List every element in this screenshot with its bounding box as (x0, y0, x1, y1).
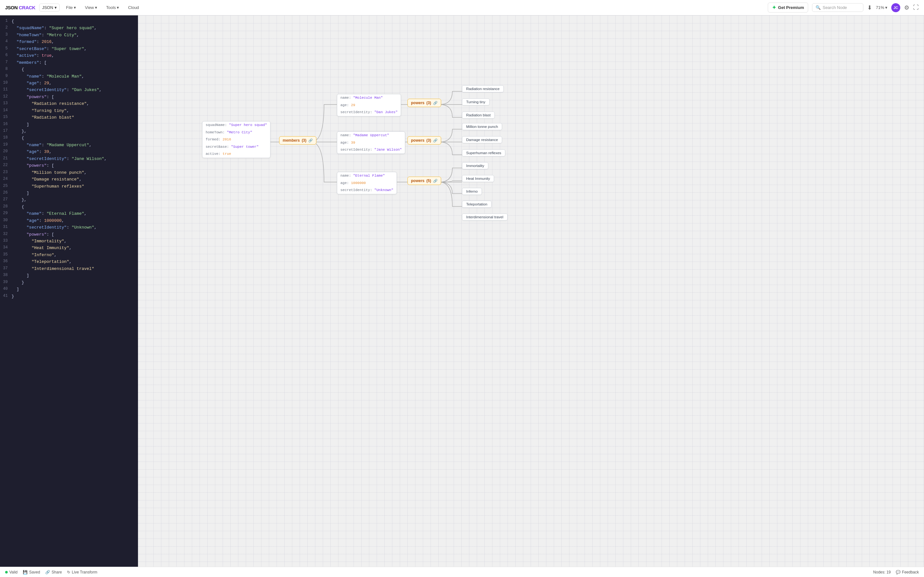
code-line: 6 "active": true, (0, 52, 138, 59)
code-line: 13 "Radiation resistance", (0, 100, 138, 107)
member3-node: name: "Eternal Flame" age: 1000000 secre… (337, 172, 397, 194)
power-node: Inferno (462, 188, 482, 195)
search-box[interactable]: 🔍 Search Node (812, 3, 863, 12)
code-line: 37 "Interdimensional travel" (0, 266, 138, 272)
members-button[interactable]: members (3) 🔗 (279, 136, 317, 145)
code-line: 1{ (0, 18, 138, 25)
code-line: 26 ] (0, 190, 138, 197)
main-area: 1{2 "squadName": "Super hero squad",3 "h… (0, 15, 924, 567)
code-line: 33 "Immortality", (0, 238, 138, 245)
code-line: 30 "age": 1000000, (0, 218, 138, 224)
download-icon[interactable]: ⬇ (867, 4, 872, 11)
code-line: 12 "powers": [ (0, 93, 138, 100)
card-row: squadName: "Super hero squad" (202, 121, 270, 129)
code-line: 8 { (0, 66, 138, 73)
code-line: 24 "Damage resistance", (0, 176, 138, 183)
live-transform-toggle[interactable]: ↻ Live Transform (67, 570, 97, 574)
card-row: formed: 2016 (202, 136, 270, 143)
code-line: 11 "secretIdentity": "Dan Jukes", (0, 87, 138, 93)
power-node: Superhuman reflexes (462, 149, 505, 156)
footer-right: Nodes: 19 💬 Feedback (873, 570, 919, 574)
code-line: 10 "age": 29, (0, 80, 138, 87)
expand-icon[interactable]: ⛶ (913, 4, 919, 11)
code-line: 3 "homeTown": "Metro City", (0, 32, 138, 39)
powers1-button[interactable]: powers (3) 🔗 (407, 99, 441, 107)
power-node: Interdimensional travel (462, 213, 507, 221)
code-line: 28 { (0, 203, 138, 210)
status-dot (5, 571, 8, 574)
root-node: squadName: "Super hero squad" homeTown: … (202, 121, 270, 158)
node-count: Nodes: 19 (873, 570, 891, 574)
code-line: 5 "secretBase": "Super tower", (0, 45, 138, 52)
code-line: 21 "secretIdentity": "Jane Wilson", (0, 155, 138, 162)
card-row: secretBase: "Super tower" (202, 143, 270, 151)
power-node: Turning tiny (462, 98, 489, 105)
avatar[interactable]: JC (891, 3, 900, 12)
code-line: 36 "Teleportation", (0, 258, 138, 265)
code-line: 32 "powers": [ (0, 231, 138, 238)
graph-area[interactable]: squadName: "Super hero squad" homeTown: … (138, 15, 924, 567)
chevron-down-icon: ▾ (55, 5, 57, 10)
card-row: homeTown: "Metro City" (202, 129, 270, 136)
premium-button[interactable]: ✦ Get Premium (768, 3, 808, 13)
link-icon: 🔗 (309, 139, 313, 143)
code-line: 15 "Radiation blast" (0, 114, 138, 121)
code-line: 9 "name": "Molecule Man", (0, 73, 138, 80)
share-icon: 🔗 (45, 570, 50, 574)
saved-status: 💾 Saved (23, 570, 40, 574)
feedback-icon: 💬 (896, 570, 901, 574)
cloud-menu[interactable]: Cloud (126, 4, 142, 11)
code-line: 20 "age": 39, (0, 148, 138, 155)
graph-edges (138, 15, 924, 567)
power-node: Immortality (462, 162, 488, 169)
code-line: 19 "name": "Madame Uppercut", (0, 142, 138, 148)
code-line: 4 "formed": 2016, (0, 39, 138, 45)
power-node: Radiation resistance (462, 85, 504, 92)
format-selector[interactable]: JSON ▾ (39, 3, 60, 11)
zoom-control[interactable]: 71% ▾ (876, 5, 887, 10)
code-line: 35 "Inferno", (0, 251, 138, 258)
code-line: 40 ] (0, 286, 138, 293)
footer: Valid 💾 Saved 🔗 Share ↻ Live Transform N… (0, 567, 924, 577)
power-node: Damage resistance (462, 136, 502, 143)
code-line: 23 "Million tonne punch", (0, 169, 138, 176)
power-node: Teleportation (462, 201, 491, 208)
code-line: 7 "members": [ (0, 59, 138, 66)
code-editor[interactable]: 1{2 "squadName": "Super hero squad",3 "h… (0, 15, 138, 567)
powers2-button[interactable]: powers (3) 🔗 (407, 136, 441, 145)
save-icon: 💾 (23, 570, 27, 574)
code-line: 25 "Superhuman reflexes" (0, 183, 138, 190)
members-label: members (283, 138, 300, 143)
premium-icon: ✦ (772, 5, 776, 11)
header-right: ✦ Get Premium 🔍 Search Node ⬇ 71% ▾ JC ⚙… (768, 3, 919, 13)
gear-icon[interactable]: ⚙ (904, 4, 909, 11)
code-line: 22 "powers": [ (0, 162, 138, 169)
header: JSON CRACK JSON ▾ File▾ View▾ Tools▾ Clo… (0, 0, 924, 15)
card-row: active: true (202, 150, 270, 158)
power-node: Heat Immunity (462, 175, 494, 182)
code-line: 31 "secretIdentity": "Unknown", (0, 224, 138, 231)
powers3-button[interactable]: powers (5) 🔗 (407, 177, 441, 185)
code-line: 17 }, (0, 128, 138, 135)
tools-menu[interactable]: Tools▾ (103, 4, 121, 11)
code-line: 27 }, (0, 197, 138, 203)
members-count: (3) (302, 138, 306, 143)
chevron-down-icon: ▾ (885, 5, 887, 10)
code-line: 34 "Heat Immunity", (0, 245, 138, 251)
logo: JSON CRACK (5, 5, 35, 10)
share-button[interactable]: 🔗 Share (45, 570, 62, 574)
valid-status: Valid (5, 570, 18, 574)
search-icon: 🔍 (816, 5, 821, 10)
feedback-button[interactable]: 💬 Feedback (896, 570, 919, 574)
file-menu[interactable]: File▾ (63, 4, 79, 11)
code-line: 39 } (0, 279, 138, 286)
member1-node: name: "Molecule Man" age: 29 secretIdent… (337, 94, 401, 116)
code-line: 29 "name": "Eternal Flame", (0, 210, 138, 217)
code-line: 41} (0, 293, 138, 300)
code-line: 14 "Turning tiny", (0, 107, 138, 114)
code-line: 18 { (0, 135, 138, 141)
power-node: Million tonne punch (462, 123, 502, 130)
code-line: 2 "squadName": "Super hero squad", (0, 25, 138, 31)
view-menu[interactable]: View▾ (82, 4, 100, 11)
code-line: 38 ] (0, 272, 138, 279)
